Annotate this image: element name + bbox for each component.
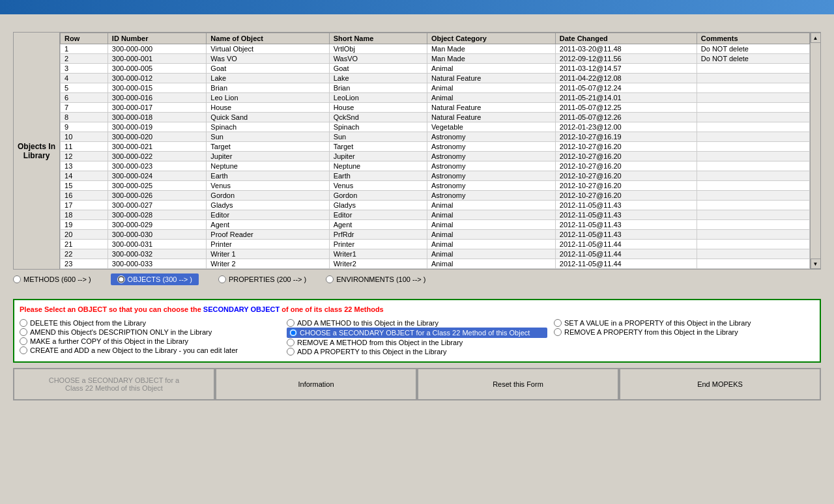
- table-row[interactable]: 21300-000-031PrinterPrinterAnimal2012-11…: [61, 240, 810, 249]
- column-header-comments[interactable]: Comments: [697, 33, 809, 44]
- table-cell: 2012-10-27@16.20: [555, 191, 697, 201]
- scroll-down-btn[interactable]: ▼: [811, 259, 821, 269]
- table-row[interactable]: 9300-000-019SpinachSpinachVegetable2012-…: [61, 122, 810, 132]
- table-row[interactable]: 13300-000-023NeptuneNeptuneAstronomy2012…: [61, 161, 810, 171]
- table-row[interactable]: 6300-000-016Leo LionLeoLionAnimal2011-05…: [61, 93, 810, 103]
- table-cell: House: [329, 103, 427, 113]
- options-grid: DELETE this Object from the LibraryAMEND…: [20, 318, 814, 356]
- objects-table-wrapper: RowID NumberName of ObjectShort NameObje…: [60, 33, 810, 269]
- option-chooseSecondary[interactable]: CHOOSE a SECONDARY OBJECT for a Class 22…: [287, 328, 547, 338]
- table-cell: 5: [61, 83, 108, 93]
- table-cell: Lake: [329, 74, 427, 83]
- column-header-row[interactable]: Row: [61, 33, 108, 44]
- table-cell: 2012-11-05@11.43: [555, 230, 697, 240]
- table-cell: [697, 161, 809, 171]
- radio-label-properties: PROPERTIES (200 --> ): [229, 275, 306, 283]
- radio-input-objects[interactable]: [117, 275, 125, 283]
- table-cell: 2012-09-12@11.56: [555, 54, 697, 64]
- table-cell: VrtlObj: [329, 44, 427, 54]
- reset-button[interactable]: Reset this Form: [417, 368, 619, 400]
- table-cell: [697, 103, 809, 113]
- table-cell: 300-000-030: [108, 230, 207, 240]
- radio-input-methods[interactable]: [13, 275, 21, 283]
- table-row[interactable]: 1300-000-000Virtual ObjectVrtlObjMan Mad…: [61, 44, 810, 54]
- table-row[interactable]: 22300-000-032Writer 1Writer1Animal2012-1…: [61, 249, 810, 259]
- table-row[interactable]: 16300-000-026GordonGordonAstronomy2012-1…: [61, 191, 810, 201]
- column-header-object-category[interactable]: Object Category: [427, 33, 555, 44]
- table-row[interactable]: 11300-000-021TargetTargetAstronomy2012-1…: [61, 142, 810, 152]
- table-cell: 19: [61, 220, 108, 230]
- option-setValue[interactable]: SET A VALUE in a PROPERTY of this Object…: [554, 318, 814, 328]
- column-header-name-of-object[interactable]: Name of Object: [207, 33, 329, 44]
- table-row[interactable]: 3300-000-005GoatGoatAnimal2011-03-12@14.…: [61, 64, 810, 74]
- table-row[interactable]: 14300-000-024EarthEarthAstronomy2012-10-…: [61, 171, 810, 181]
- table-row[interactable]: 23300-000-033Writer 2Writer2Animal2012-1…: [61, 259, 810, 269]
- table-row[interactable]: 8300-000-018Quick SandQckSndNatural Feat…: [61, 113, 810, 122]
- radio-input-properties[interactable]: [218, 275, 226, 283]
- table-row[interactable]: 19300-000-029AgentAgentAnimal2012-11-05@…: [61, 220, 810, 230]
- table-cell: 17: [61, 201, 108, 210]
- table-cell: PrfRdr: [329, 230, 427, 240]
- table-cell: 12: [61, 152, 108, 161]
- radio-methods[interactable]: METHODS (600 --> ): [13, 275, 91, 283]
- table-cell: [697, 74, 809, 83]
- table-cell: [697, 201, 809, 210]
- table-cell: 23: [61, 259, 108, 269]
- table-cell: Spinach: [207, 122, 329, 132]
- table-row[interactable]: 12300-000-022JupiterJupiterAstronomy2012…: [61, 152, 810, 161]
- option-addMethod[interactable]: ADD A METHOD to this Object in the Libra…: [287, 318, 547, 328]
- table-cell: 6: [61, 93, 108, 103]
- table-cell: Gladys: [329, 201, 427, 210]
- table-cell: 11: [61, 142, 108, 152]
- table-cell: LeoLion: [329, 93, 427, 103]
- table-row[interactable]: 20300-000-030Proof ReaderPrfRdrAnimal201…: [61, 230, 810, 240]
- table-cell: 300-000-000: [108, 44, 207, 54]
- table-cell: Venus: [207, 181, 329, 191]
- table-row[interactable]: 2300-000-001Was VOWasVOMan Made2012-09-1…: [61, 54, 810, 64]
- table-cell: [697, 220, 809, 230]
- option-removeMethod[interactable]: REMOVE A METHOD from this Object in the …: [287, 338, 547, 347]
- option-create[interactable]: CREATE and ADD a new Object to the Libra…: [20, 346, 280, 355]
- scrollbar[interactable]: ▲ ▼: [810, 33, 820, 269]
- radio-environments[interactable]: ENVIRONMENTS (100 --> ): [326, 275, 425, 283]
- table-cell: 10: [61, 132, 108, 142]
- table-cell: Sun: [329, 132, 427, 142]
- end-button[interactable]: End MOPEKS: [619, 368, 821, 400]
- radio-label-methods: METHODS (600 --> ): [23, 275, 91, 283]
- table-row[interactable]: 10300-000-020SunSunAstronomy2012-10-27@1…: [61, 132, 810, 142]
- table-cell: 4: [61, 74, 108, 83]
- table-row[interactable]: 15300-000-025VenusVenusAstronomy2012-10-…: [61, 181, 810, 191]
- table-row[interactable]: 17300-000-027GladysGladysAnimal2012-11-0…: [61, 201, 810, 210]
- table-cell: 300-000-025: [108, 181, 207, 191]
- table-cell: Leo Lion: [207, 93, 329, 103]
- table-cell: Animal: [427, 64, 555, 74]
- option-copy[interactable]: MAKE a further COPY of this Object in th…: [20, 337, 280, 346]
- table-cell: House: [207, 103, 329, 113]
- option-amend[interactable]: AMEND this Object's DESCRIPTION ONLY in …: [20, 328, 280, 337]
- column-header-date-changed[interactable]: Date Changed: [555, 33, 697, 44]
- selection-title: Please Select an OBJECT so that you can …: [20, 305, 814, 313]
- table-cell: Animal: [427, 240, 555, 249]
- option-delete[interactable]: DELETE this Object from the Library: [20, 318, 280, 328]
- table-row[interactable]: 7300-000-017HouseHouseNatural Feature201…: [61, 103, 810, 113]
- table-cell: 300-000-018: [108, 113, 207, 122]
- table-row[interactable]: 4300-000-012LakeLakeNatural Feature2011-…: [61, 74, 810, 83]
- information-button[interactable]: Information: [215, 368, 417, 400]
- table-cell: Proof Reader: [207, 230, 329, 240]
- table-row[interactable]: 5300-000-015BrianBrianAnimal2011-05-07@1…: [61, 83, 810, 93]
- table-cell: 2: [61, 54, 108, 64]
- table-cell: [697, 259, 809, 269]
- objects-label: Objects InLibrary: [14, 33, 60, 269]
- column-header-short-name[interactable]: Short Name: [329, 33, 427, 44]
- table-row[interactable]: 18300-000-028EditorEditorAnimal2012-11-0…: [61, 210, 810, 220]
- scroll-up-btn[interactable]: ▲: [811, 33, 821, 43]
- option-removeProperty[interactable]: REMOVE A PROPERTY from this Object in th…: [554, 328, 814, 337]
- option-addProperty[interactable]: ADD A PROPERTY to this Object in the Lib…: [287, 347, 547, 356]
- radio-properties[interactable]: PROPERTIES (200 --> ): [218, 275, 306, 283]
- table-cell: Animal: [427, 230, 555, 240]
- table-cell: 20: [61, 230, 108, 240]
- table-cell: [697, 249, 809, 259]
- column-header-id-number[interactable]: ID Number: [108, 33, 207, 44]
- radio-input-environments[interactable]: [326, 275, 334, 283]
- radio-objects[interactable]: OBJECTS (300 --> ): [111, 273, 199, 285]
